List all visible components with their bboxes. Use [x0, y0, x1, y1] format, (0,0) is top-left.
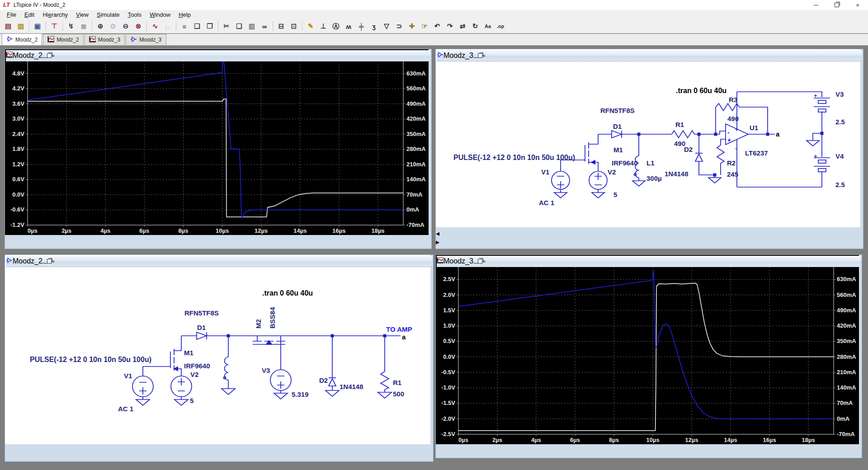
- schematic-label[interactable]: V4: [835, 152, 844, 160]
- zoom-full-extents-icon[interactable]: ⊗: [132, 20, 145, 33]
- window-minimize-button[interactable]: [473, 257, 478, 265]
- rotate-icon[interactable]: ↻: [469, 20, 481, 33]
- ground-icon[interactable]: ⊥: [317, 20, 330, 33]
- schematic-label[interactable]: AC 1: [539, 199, 554, 207]
- schematic-label[interactable]: IRF9640: [184, 362, 210, 370]
- tab-moodz_2-waveform[interactable]: Moodz_2: [43, 34, 83, 45]
- waveform-plot[interactable]: 5.4V700mA4.8V630mA4.2V560mA3.6V490mA3.0V…: [5, 49, 429, 235]
- new-schematic-icon[interactable]: ▤: [2, 20, 14, 33]
- window-minimize-button[interactable]: [42, 257, 47, 265]
- schematic-label[interactable]: R1: [675, 121, 684, 128]
- schematic-drawing[interactable]: RFN5TF8SD1M1IRF9640PULSE(-12 +12 0 10n 1…: [436, 49, 860, 227]
- horizontal-scrollbar[interactable]: ◂ ▸: [436, 229, 863, 246]
- schematic-label[interactable]: V3: [835, 90, 844, 98]
- scroll-right-button[interactable]: ▸: [436, 238, 863, 246]
- schematic-label[interactable]: R3: [729, 96, 737, 103]
- schematic-label[interactable]: RFN5TF8S: [184, 309, 219, 317]
- schematic-label[interactable]: U1: [750, 124, 758, 132]
- schematic-label[interactable]: V3: [262, 367, 270, 374]
- window-titlebar[interactable]: Moodz_3 ×: [437, 256, 861, 267]
- menu-hierarchy[interactable]: Hierarchy: [38, 10, 72, 19]
- schematic-canvas[interactable]: PULSE(-12 +12 0 10n 10n 50u 100u)RFN5TF8…: [5, 255, 433, 446]
- zoom-in-icon[interactable]: ⊕: [94, 20, 107, 33]
- menu-window[interactable]: Window: [146, 10, 175, 19]
- app-close-button[interactable]: ×: [847, 0, 868, 10]
- schematic-label[interactable]: AC 1: [118, 405, 133, 413]
- inductor-icon[interactable]: ʒ: [368, 20, 380, 33]
- paste-icon[interactable]: ▥: [245, 20, 258, 33]
- spice-directive-icon[interactable]: .op: [494, 20, 507, 33]
- capacitor-icon[interactable]: ╪: [355, 20, 368, 33]
- schematic-label[interactable]: a: [776, 130, 780, 138]
- schematic-label[interactable]: -: [727, 129, 730, 136]
- redo-icon[interactable]: ↷: [443, 20, 456, 33]
- schematic-label[interactable]: M1: [613, 146, 623, 154]
- save-icon[interactable]: ▣: [31, 20, 44, 33]
- schematic-label[interactable]: 2.5: [835, 118, 845, 126]
- schematic-label[interactable]: 500: [393, 390, 404, 398]
- menu-edit[interactable]: Edit: [20, 10, 38, 19]
- schematic-label[interactable]: 300µ: [646, 174, 662, 182]
- window-restore-button[interactable]: [478, 257, 482, 265]
- waveform-plot[interactable]: 3.0V700mA2.5V630mA2.0V560mA1.5V490mA1.0V…: [436, 255, 859, 444]
- schematic-label[interactable]: D1: [197, 324, 206, 331]
- window-moodz2-waveform[interactable]: Moodz_2 × 5.4V700mA4.8V630mA4.2V560mA3.6…: [5, 49, 432, 249]
- schematic-label[interactable]: IRF9640: [612, 159, 638, 167]
- move-icon[interactable]: ✚: [406, 20, 418, 33]
- find-icon[interactable]: ∞: [258, 20, 271, 33]
- tab-moodz_3-waveform[interactable]: Moodz_3: [85, 34, 125, 45]
- schematic-label[interactable]: 5: [613, 191, 617, 198]
- schematic-label[interactable]: RFN5TF8S: [600, 107, 635, 114]
- menu-tools[interactable]: Tools: [124, 10, 146, 19]
- schematic-label[interactable]: .tran 0 60u 40u: [676, 87, 726, 94]
- schematic-label[interactable]: PULSE(-12 +12 0 10n 10n 50u 100u): [453, 154, 575, 161]
- copy-icon[interactable]: ❑: [233, 20, 245, 33]
- drag-icon[interactable]: ☞: [418, 20, 431, 33]
- window-restore-button[interactable]: [47, 52, 52, 59]
- waveform-plot-area[interactable]: 3.0V700mA2.5V630mA2.0V560mA1.5V490mA1.0V…: [436, 255, 862, 446]
- schematic-label[interactable]: 245: [727, 170, 738, 178]
- schematic-label[interactable]: D2: [319, 376, 328, 384]
- window-moodz2-schematic[interactable]: Moodz_2 ×: [5, 254, 434, 462]
- cut-icon[interactable]: ✂: [220, 20, 233, 33]
- window-titlebar[interactable]: Moodz_3 ×: [437, 50, 862, 61]
- schematic-label[interactable]: LT6237: [745, 149, 768, 157]
- panes-icon[interactable]: ≡: [178, 20, 191, 33]
- schematic-label[interactable]: +: [814, 92, 817, 99]
- scroll-left-button[interactable]: ◂: [436, 229, 863, 238]
- schematic-label[interactable]: 1N4148: [665, 170, 689, 178]
- window-moodz3-waveform[interactable]: Moodz_3 × 3.0V700mA2.5V630mA2.0V560mA1.5…: [435, 254, 862, 458]
- window-titlebar[interactable]: Moodz_2 ×: [6, 50, 430, 61]
- schematic-label[interactable]: V2: [608, 168, 616, 176]
- menu-simulate[interactable]: Simulate: [93, 10, 124, 19]
- text-icon[interactable]: Aa: [481, 20, 494, 33]
- schematic-label[interactable]: L1: [646, 159, 655, 167]
- window-titlebar[interactable]: Moodz_2 ×: [6, 256, 432, 267]
- schematic-label[interactable]: D1: [613, 122, 622, 130]
- schematic-label[interactable]: +: [727, 136, 731, 144]
- schematic-label[interactable]: V2: [190, 371, 198, 378]
- diode-icon[interactable]: ▽: [380, 20, 393, 33]
- schematic-label[interactable]: 490: [727, 115, 739, 122]
- schematic-label[interactable]: 1N4148: [340, 383, 363, 390]
- print-icon[interactable]: ⊟: [275, 20, 288, 33]
- schematic-label[interactable]: M1: [184, 349, 193, 357]
- app-minimize-button[interactable]: [806, 0, 826, 10]
- component-icon[interactable]: ⊃: [393, 20, 406, 33]
- resistor-icon[interactable]: ʍ: [342, 20, 355, 33]
- schematic-drawing[interactable]: PULSE(-12 +12 0 10n 10n 50u 100u)RFN5TF8…: [5, 255, 430, 444]
- undo-icon[interactable]: ↶: [431, 20, 443, 33]
- schematic-label[interactable]: TO AMP: [386, 325, 412, 333]
- schematic-label[interactable]: .tran 0 60u 40u: [262, 289, 313, 297]
- autorange-icon[interactable]: ∿: [149, 20, 161, 33]
- schematic-label[interactable]: 2.5: [835, 181, 845, 188]
- tab-moodz_2-schematic[interactable]: Moodz_2: [2, 33, 42, 45]
- schematic-label[interactable]: R1: [393, 379, 401, 386]
- schematic-label[interactable]: 5: [190, 397, 193, 404]
- schematic-label[interactable]: +: [814, 153, 817, 160]
- schematic-label[interactable]: D2: [684, 146, 693, 153]
- schematic-label[interactable]: +: [735, 127, 738, 133]
- zoom-out-icon[interactable]: ⊖: [119, 20, 132, 33]
- schematic-label[interactable]: -: [735, 146, 737, 152]
- window-restore-button[interactable]: [47, 257, 52, 265]
